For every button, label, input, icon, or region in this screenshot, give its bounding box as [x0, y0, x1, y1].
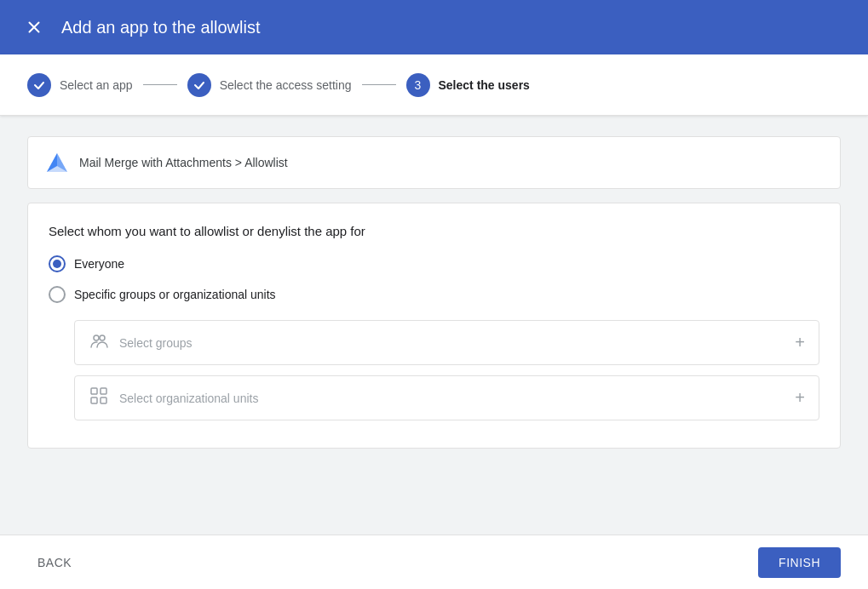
- radio-everyone[interactable]: Everyone: [49, 255, 819, 272]
- step-2-label: Select the access setting: [220, 78, 352, 92]
- select-groups-placeholder: Select groups: [119, 336, 785, 350]
- step-1-label: Select an app: [60, 78, 133, 92]
- select-groups-field[interactable]: Select groups +: [74, 320, 819, 365]
- select-org-units-placeholder: Select organizational units: [119, 392, 785, 405]
- step-2: Select the access setting: [187, 73, 352, 97]
- radio-everyone-indicator: [49, 255, 66, 272]
- org-units-icon: [89, 386, 109, 409]
- main-content: Mail Merge with Attachments > Allowlist …: [0, 116, 868, 535]
- header-title: Add an app to the allowlist: [61, 18, 261, 37]
- step-2-icon: [187, 73, 211, 97]
- radio-group: Everyone Specific groups or organization…: [49, 255, 819, 303]
- stepper-bar: Select an app Select the access setting …: [0, 54, 868, 116]
- svg-rect-7: [91, 397, 97, 403]
- svg-rect-6: [101, 388, 106, 394]
- step-divider-2: [362, 84, 396, 85]
- select-users-card: Select whom you want to allowlist or den…: [27, 203, 841, 449]
- card-title: Select whom you want to allowlist or den…: [49, 224, 819, 238]
- radio-everyone-dot: [53, 260, 61, 268]
- step-3: 3 Select the users: [406, 73, 530, 97]
- step-1: Select an app: [27, 73, 133, 97]
- finish-button[interactable]: FINISH: [758, 547, 841, 578]
- groups-icon: [89, 331, 109, 354]
- select-groups-plus-icon: +: [795, 333, 805, 352]
- radio-specific-label: Specific groups or organizational units: [74, 288, 276, 301]
- back-button[interactable]: BACK: [27, 549, 82, 576]
- app-breadcrumb-text: Mail Merge with Attachments > Allowlist: [79, 156, 288, 169]
- radio-specific-indicator: [49, 286, 66, 303]
- step-3-icon: 3: [406, 73, 430, 97]
- step-1-icon: [27, 73, 51, 97]
- app-icon: [45, 151, 69, 174]
- select-org-units-field[interactable]: Select organizational units +: [74, 375, 819, 420]
- select-org-units-plus-icon: +: [795, 388, 805, 408]
- svg-point-4: [100, 335, 105, 340]
- svg-rect-8: [101, 397, 106, 403]
- step-3-label: Select the users: [439, 78, 530, 92]
- footer: BACK FINISH: [0, 535, 868, 589]
- svg-rect-5: [91, 388, 97, 394]
- step-divider-1: [143, 84, 177, 85]
- radio-everyone-label: Everyone: [74, 257, 124, 271]
- app-container: Add an app to the allowlist Select an ap…: [0, 0, 868, 589]
- close-button[interactable]: [20, 14, 48, 41]
- svg-point-3: [94, 335, 99, 340]
- radio-specific[interactable]: Specific groups or organizational units: [49, 286, 819, 303]
- app-breadcrumb-card: Mail Merge with Attachments > Allowlist: [27, 136, 841, 189]
- input-fields: Select groups + Select organizational un…: [74, 320, 819, 420]
- header: Add an app to the allowlist: [0, 0, 868, 54]
